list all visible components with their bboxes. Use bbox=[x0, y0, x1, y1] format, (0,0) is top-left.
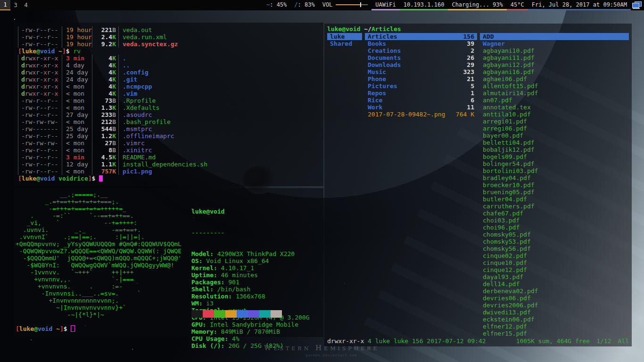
file-item[interactable]: bradley04.pdf bbox=[480, 174, 629, 181]
file-name: veda.synctex.gz bbox=[118, 41, 323, 48]
file-item[interactable]: agbayani12.pdf bbox=[480, 61, 629, 68]
file-size: 1.1K bbox=[92, 161, 118, 168]
file-item[interactable]: dayal93.pdf bbox=[480, 273, 629, 280]
file-item[interactable]: bortolini03.pdf bbox=[480, 167, 629, 174]
file-row: -rw-r--r--19 hour221Bveda.out bbox=[18, 26, 323, 33]
file-item[interactable]: elfner15.pdf bbox=[480, 330, 629, 337]
shell-prompt[interactable]: [luke@void voidrice]$ bbox=[18, 175, 323, 182]
file-item[interactable]: cinque12.pdf bbox=[480, 266, 629, 273]
directory-item[interactable]: Documents26 bbox=[365, 54, 477, 61]
file-mtime: 25 day bbox=[62, 125, 92, 132]
file-item[interactable]: agbayani16.pdf bbox=[480, 68, 629, 75]
file-item[interactable]: allentoft15.pdf bbox=[480, 82, 629, 90]
terminal-window-fetch[interactable]: __.;=====;.__ _.=+==++=++=+=+===;. -=+++… bbox=[14, 188, 323, 337]
directory-item[interactable]: Work11 bbox=[365, 104, 477, 111]
file-item[interactable]: bogels09.pdf bbox=[480, 153, 629, 160]
file-permissions: drwxr-xr-x bbox=[18, 83, 62, 90]
file-name: .asoudrc bbox=[118, 111, 323, 118]
file-item[interactable]: anttila10.pdf bbox=[480, 111, 629, 118]
shell-prompt[interactable]: [luke@void ~]$ bbox=[16, 325, 75, 332]
status-wifi: UAWiFi bbox=[372, 0, 399, 10]
fetch-field: CPU Usage: 4% bbox=[191, 335, 309, 342]
directory-item[interactable]: Articles156 bbox=[365, 33, 477, 40]
directory-item[interactable]: Music323 bbox=[365, 68, 477, 75]
file-item[interactable]: arregi06.pdf bbox=[480, 125, 629, 132]
workspace-button-1[interactable]: 1 bbox=[0, 0, 10, 10]
file-item[interactable]: chomsky56.pdf bbox=[480, 245, 629, 252]
ranger-selected-meta: 4 luke luke 156 2017-07-12 09:42 bbox=[364, 337, 486, 345]
file-item[interactable]: devries2006.pdf bbox=[480, 302, 629, 309]
file-item[interactable]: chafe67.pdf bbox=[480, 210, 629, 217]
file-item[interactable]: chomsky05.pdf bbox=[480, 231, 629, 238]
file-item[interactable]: choi03.pdf bbox=[480, 217, 629, 224]
file-permissions: -rw-r--r-- bbox=[18, 111, 62, 118]
file-item-name: anttila10.pdf bbox=[483, 111, 531, 118]
directory-item[interactable]: Phone21 bbox=[365, 75, 477, 82]
ranger-file-manager-window[interactable]: luke@void ~/Articles lukeShared Articles… bbox=[324, 24, 632, 346]
file-item[interactable]: eckstein06.pdf bbox=[480, 316, 629, 323]
terminal-window-file-listing[interactable]: -rw-r--r--19 hour221Bveda.out-rw-r--r--1… bbox=[14, 23, 323, 186]
file-item[interactable]: an07.pdf bbox=[480, 97, 629, 104]
file-item-name: bortolini03.pdf bbox=[483, 167, 538, 174]
fetch-field-value: 4290W3X ThinkPad X220 bbox=[214, 250, 295, 257]
file-item[interactable]: bobaljik12.pdf bbox=[480, 146, 629, 153]
parent-dir-item[interactable]: luke bbox=[327, 33, 362, 40]
file-item[interactable]: ADD bbox=[480, 33, 629, 40]
file-item-name: arregi01.pdf bbox=[483, 118, 527, 125]
fetch-field: Model: 4290W3X ThinkPad X220 bbox=[191, 250, 309, 257]
file-item[interactable]: agbayani11.pdf bbox=[480, 54, 629, 61]
file-item[interactable]: bolinger54.pdf bbox=[480, 160, 629, 167]
parent-dir-item[interactable]: Shared bbox=[327, 40, 362, 47]
shell-prompt[interactable]: [luke@void ~]$ rv bbox=[18, 48, 323, 55]
file-item[interactable]: derbeneva02.pdf bbox=[480, 288, 629, 295]
file-item[interactable]: chomsky53.pdf bbox=[480, 238, 629, 245]
computer-icon[interactable] bbox=[632, 1, 641, 9]
image-file-item[interactable]: 2017-07-28-09482~.png764 K bbox=[365, 111, 477, 118]
file-item[interactable]: annotated.tex bbox=[480, 104, 629, 111]
file-item[interactable]: devries06.pdf bbox=[480, 295, 629, 302]
status-value: Fri, Jul 28, 2017 at 09:50AM bbox=[532, 1, 627, 8]
text-cursor bbox=[99, 175, 103, 181]
file-item[interactable]: dell14.pdf bbox=[480, 280, 629, 288]
file-item[interactable]: elfner12.pdf bbox=[480, 323, 629, 330]
shell-input-line[interactable]: [luke@void voidrice]$ bbox=[18, 175, 323, 182]
file-item[interactable]: cinque10.pdf bbox=[480, 259, 629, 266]
bar-icon-wrap bbox=[631, 0, 644, 10]
file-item[interactable]: cinque02.pdf bbox=[480, 252, 629, 259]
file-item[interactable]: bayer00.pdf bbox=[480, 132, 629, 139]
workspace-button-4[interactable]: 4 bbox=[21, 0, 31, 10]
file-item[interactable]: agbayani10.pdf bbox=[480, 47, 629, 54]
palette-swatch-3 bbox=[225, 310, 237, 318]
file-item[interactable]: aghaei06.pdf bbox=[480, 75, 629, 82]
workspace-button-3[interactable]: 3 bbox=[10, 0, 21, 10]
directory-item[interactable]: Rice6 bbox=[365, 97, 477, 104]
file-item[interactable]: almutairi14.pdf bbox=[480, 90, 629, 97]
file-mtime: 25 day bbox=[62, 132, 92, 140]
status-volume[interactable]: VOL bbox=[319, 0, 372, 10]
file-permissions: -rw------- bbox=[18, 125, 62, 132]
file-item[interactable]: butler04.pdf bbox=[480, 196, 629, 203]
directory-item[interactable]: Creations2 bbox=[365, 47, 477, 54]
file-item[interactable]: broecker10.pdf bbox=[480, 181, 629, 189]
file-item[interactable]: carruthers.pdf bbox=[480, 203, 629, 210]
file-item-name: bruening05.pdf bbox=[483, 189, 535, 196]
file-item[interactable]: bruening05.pdf bbox=[480, 189, 629, 196]
file-mtime: 24 day bbox=[62, 76, 92, 83]
volume-slider[interactable] bbox=[336, 2, 368, 7]
directory-item[interactable]: Repos1 bbox=[365, 90, 477, 97]
file-row: drwxr-xr-x< mon4K.ncmpcpp bbox=[18, 83, 323, 90]
ranger-columns: lukeShared Articles156Books39Creations2D… bbox=[327, 33, 629, 337]
directory-item[interactable]: Downloads29 bbox=[365, 61, 477, 68]
shell-input-line[interactable]: [luke@void ~]$ bbox=[16, 325, 75, 332]
file-item[interactable]: dwivedi13.pdf bbox=[480, 309, 629, 316]
directory-item[interactable]: Books39 bbox=[365, 40, 477, 47]
file-item[interactable]: Wagner bbox=[480, 40, 629, 47]
file-row: -rw-r--r--19 hour9.2Kveda.synctex.gz bbox=[18, 41, 323, 48]
file-item[interactable]: arregi01.pdf bbox=[480, 118, 629, 125]
file-item[interactable]: choi96.pdf bbox=[480, 224, 629, 231]
file-item[interactable]: belletti04.pdf bbox=[480, 139, 629, 146]
file-item-name: chafe67.pdf bbox=[483, 210, 523, 217]
ranger-parent-column: lukeShared bbox=[327, 33, 362, 337]
directory-item[interactable]: Pictures5 bbox=[365, 82, 477, 90]
ls-output-main: drwxr-xr-x3 min4K.drwxr-xr-x4 day4K..drw… bbox=[18, 55, 323, 175]
